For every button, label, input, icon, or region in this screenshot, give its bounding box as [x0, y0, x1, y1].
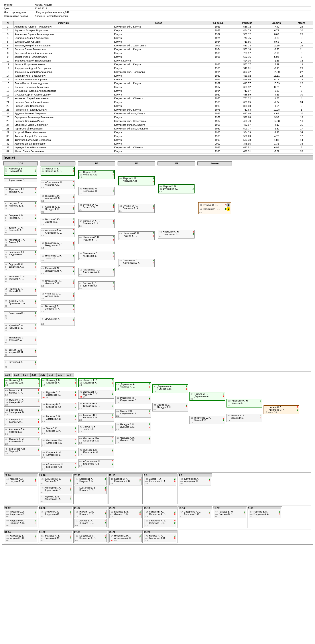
c-match-r32-7: -25Смирнов А. М.2 -5Акуленко В. Б.0 2:0 [41, 450, 77, 459]
c-13-16-2: -55Сидоренко А. Е.0 Филатова Е. С.2 0:2 [144, 519, 176, 527]
c-match-r32-3: -21Кышпину В. В.0 Сидоренко А.!2 0:2 [41, 402, 77, 411]
group-section: Группа-1 1/32 33Харисов Д. В.0 22Нырков … [2, 155, 313, 544]
c-match-6: -8Апполонов Г. А.2 Лёжнев В. А.0 2:0 [4, 428, 40, 436]
match-33-22: 33Харисов Д. В.0 22Нырков И. В.2 0:2 [4, 166, 37, 176]
match-16-7: -47Сидоренко А. Е.1 Бандюков А. А.3 1:3 [41, 241, 75, 250]
organizer-label: Организатор / судья [4, 15, 35, 17]
c-match-r32-5: -23Терги С. Г.2 Сидоров В. И.0 2:0 [41, 426, 77, 435]
table-row: 24Руденко Василий ПетровичКалужская обла… [2, 112, 313, 116]
table-row: 10Злагарёв Андрей ВячеславовичКалуга, Ка… [2, 59, 313, 62]
match-16-13: -2Длугинский А.2 0 2:0 [41, 317, 75, 326]
col-header-participant: Участник [13, 21, 113, 25]
match-4-1: -27Нырков И. В.3 Чередов А. Н.1 3:1 [118, 176, 155, 186]
c-17-20-2: Кывьников У. В.2 Васюков В. В.0 2:0 [74, 486, 107, 494]
tournament-value: Калуга. КАДВИ [35, 3, 311, 6]
c-match-3: -16Муралёв С. А.2 -15Лазарев В. Ю.0 2:0 [4, 398, 40, 406]
table-row: 17Лыньков Владимир БорисовичКалуга196763… [2, 85, 313, 89]
table-row: 1Абросимов Алексей НиколаевичКалужская о… [2, 25, 313, 29]
table-row: 34Шапал Павел ВасильевичКалуга1993499.31… [2, 150, 313, 153]
c-33-34: -34Харисов Д. В.2 -35Угорский П. Н.0 2:0 [5, 534, 37, 542]
c-match-4: -12Васюков В. Б.2 -13Златарев А. В.0 2:0 [4, 408, 40, 416]
c-7-9-1: -69Закиев Р. Э.2 -61Лутошкина Н. А.0 2:0 [144, 477, 176, 486]
match-2-2: -62Никитенко С. Н.2 Плаксенков П....3 2:… [158, 230, 195, 238]
match-8-3: -44Буторин О. Ю.3 Закиев Р. Э.1 3:1 [78, 203, 115, 212]
c-match-r32-4: -22Васюков В. Б.2 Златарев А. В.0 2:0 [41, 414, 77, 423]
c-match-r24-4: -39Кышпину В. В.2 Васюков В. Б.1 2:0 [78, 413, 114, 422]
table-row: 3Аполлонов Герман АлександровичКалуга196… [2, 32, 313, 36]
c-28-32: -87Муралёв С. А.2 -88Кондратьев С.0 2:0 [5, 510, 37, 518]
table-row: 7Васюков Вадим ВикторовичКалужская обл.,… [2, 48, 313, 51]
table-row: 2Акуленко Валерия БорисовнаКалуга1957484… [2, 29, 313, 32]
group-title: Группа-1 [2, 156, 313, 160]
match-r32-10: 3Никитенко С. Н.2 30Златарев А. В.0 2:0 [4, 275, 37, 283]
table-row: 26Сидоров Владимир ИльичКалужская обл., … [2, 119, 313, 123]
c-match-r8-2: -66Никитенко С. Н.1 Закиев Р. Э.2 1:2 [189, 416, 225, 424]
match-r32-5: 25Смирнов А. М.0 8Чередов А. Н.2 0:2 [4, 214, 37, 222]
match-r32-11: 14Руденко В. П.2 11Шапал П. В.0 2:0 [4, 287, 37, 296]
c-25-26-1: -44Казаков И. А.2 Никулин Е. М.1 2:1 [5, 477, 37, 486]
match-8-7: -50Плаксенков П....3 Длугинский А. А.2 3… [78, 268, 115, 276]
table-row: 30Филатов Андрей ЕвгеньевичКалуга1985550… [2, 134, 313, 138]
match-final: -33Буторин О. Ю.2 2 -11Плаксенков П....3… [198, 202, 231, 214]
match-r32-15: Филатова Е. С.2 18Казаков И. А.0 2:0 [4, 336, 37, 344]
match-8-5: -48Никитенко С. Н.3 Руденко В. П.1 3:1 [78, 236, 115, 244]
match-8-2: -45Никулин Е. М.0 Чередов А. Н.3 0:3 [78, 187, 115, 196]
col-header-year: Год рожд. [204, 21, 231, 25]
round-4-header: 1/4 [118, 162, 155, 166]
table-row: 33Чередов Антон НиколаевичКалужская обл.… [2, 146, 313, 150]
table-row: 14Кышпину Иван ВасильевичКалуга1989459.0… [2, 74, 313, 78]
round-2-header: 1/2 [157, 162, 195, 166]
date-value: 12.07.2019 [35, 7, 311, 10]
c-match-r24-5: -40Закиев Р. Э.2 Терги С. Г.0 2:0 [78, 425, 114, 433]
col-header-city: Город [113, 21, 204, 25]
table-row: 8Длугинский Андрей АнатольевичКалуга1966… [2, 51, 313, 55]
match-16-6: -46Апполонов Г. А.0 Сидоренко А. Е.2 0:2 [41, 228, 75, 237]
c-match-r24-2: -37Лазарев В. Ю.0 Муралёв С. А.2 Тех 2:0 [78, 390, 114, 398]
table-row: 6Васькин Дмитрий ВячеславовичКалужская о… [2, 44, 313, 48]
participants-table: N Участник Город Год рожд. Рейтинг Дельт… [2, 21, 313, 154]
c-match-r16-4: -27Чередов А. Н.2 Лыньков В. Б.0 2:0 [115, 422, 151, 431]
match-r32-8: 13Сидоренко А. Е.2 20Кондратьев С.0 2:0 [4, 250, 37, 259]
c-match-r24-7: -42Лыньков В. Б.2 Смирнов А. М.0 2:0 [78, 448, 114, 456]
table-row: 21Никулин Евгений МихайловичКалуга195868… [2, 100, 313, 104]
c-21-24-1: -76Никулин Е. М.1 Васюков В. В.2 1:2 [74, 510, 107, 518]
match-4-3: -29Никитенко С. Н.3 Руденко В. П.1 3:1 [118, 232, 155, 240]
match-r32-2: 1Корниенко А. В. [4, 178, 37, 182]
c-match-r24-6: -41Лутошкина Н.А.0 Апполонов Г. А.2 0:2 [78, 436, 114, 445]
c-match-r12-2: -53Закиев Р. Э.2 Чередов А. Н.0 2:0 [152, 403, 188, 412]
table-row: 16Люков Виктор АлександровичКалужская об… [2, 82, 313, 85]
round-16: 1/16 -111Нырков И. В.2 -66Корниенко А. В… [40, 162, 75, 326]
c-match-r16-1: -30Длугинович А...2 Филатов А. Е.1 2:1 [115, 382, 151, 391]
c-25-28-3: -47Акуленко В. Б.0 Апполонов Г. А.2 0:2 [40, 495, 72, 503]
match-16-11: -51Филатова Е. С.2 Апполонов А.1 2:1 [41, 292, 75, 300]
c-27-28: -83Кондратьев С.0 Корниенко А. В.2 0:2 [74, 534, 107, 542]
match-2-1: -88Нырков И. В.1 -31Буторин О. Ю.3 1:3 [158, 184, 195, 194]
table-row: 20Никитенко Сергей НиколаевичКалужская о… [2, 96, 313, 100]
round-32-header: 1/32 [3, 162, 38, 166]
c-25-28-2: -46Апполонов Г. А.0 Корниенко А. В.2 0:2 [40, 486, 72, 494]
c-match-r32-6: -24Лутошкина Н.А.0 Апполонов Г. А.2 0:2 [41, 438, 77, 447]
table-row: 29Угорский Павел НиколаевичКалуга1985334… [2, 130, 313, 134]
c-match-r4-1: -3Нырков И. В.1 Никитенко С. Н.3 1:3 мес… [264, 405, 299, 414]
col-header-n: N [2, 21, 13, 25]
match-r32-4: 9Никулин Е. М.2 24Акуленко В. Б.0 2:0 [4, 202, 37, 210]
c-match-r6-2: -63Нырков И. В.2 Закиев Р. Э.1 2:1 [227, 414, 262, 422]
match-16-5: -41Буторин О. Ю.3 Закиев Р. Э.1 3:1 [41, 218, 75, 226]
c-match-r6-1: -22Иванченко С. Н.2 Чередов А. Н.0 2:0 [227, 398, 262, 408]
round-32: 1/32 33Харисов Д. В.0 22Нырков И. В.2 0:… [3, 162, 38, 369]
match-r32-3: 16Абросимов А. Н.0 Филатов А. Е.2 0:2 [4, 188, 37, 196]
c-23-24: -84Никулин Е. М.2 Абросимов А. Н.1 Тех 2… [109, 534, 142, 542]
c-17-20-1: -44Казаков И. А.2 Никулин Е. М.1 2:1 [74, 477, 107, 486]
match-4-4: -66Плаксенков П....3 Длугинский А. А.2 3… [118, 259, 155, 267]
match-16-1: -111Нырков И. В.2 -66Корниенко А. В.0 2:… [41, 166, 75, 176]
match-r32-9: 29Сидоров В. И.2 4Бандюков А. А.0 2:0 [4, 262, 37, 271]
table-row: 9Закиев Руслан ЭльбертовичКалуга1991622.… [2, 55, 313, 59]
table-row: 25Сидоренко Александр ЕвгеньевичКалуга19… [2, 116, 313, 119]
round-16-header: 1/16 [40, 162, 75, 166]
table-row: 12Кондратьев Андрей ВикторовичКалуга1955… [2, 66, 313, 70]
c-25-28-1: -45Кывьников У. В.0 Васюков В. В.2 0:2 [40, 477, 72, 486]
match-4-2: -44Буторин О. Ю.3 Бандюков А. А.1 3:1 [118, 204, 155, 213]
match-16-9: -49Руденко В. П.0 Лутошкина Н. А.2 0:2 [41, 266, 75, 275]
round-final: Финал -33Буторин О. Ю.2 2 -11Плаксенков … [197, 162, 232, 215]
c-match-r24-3: -38Кышпину В. В.0 Сидоренко А. Е.2 0:2 [78, 402, 114, 410]
